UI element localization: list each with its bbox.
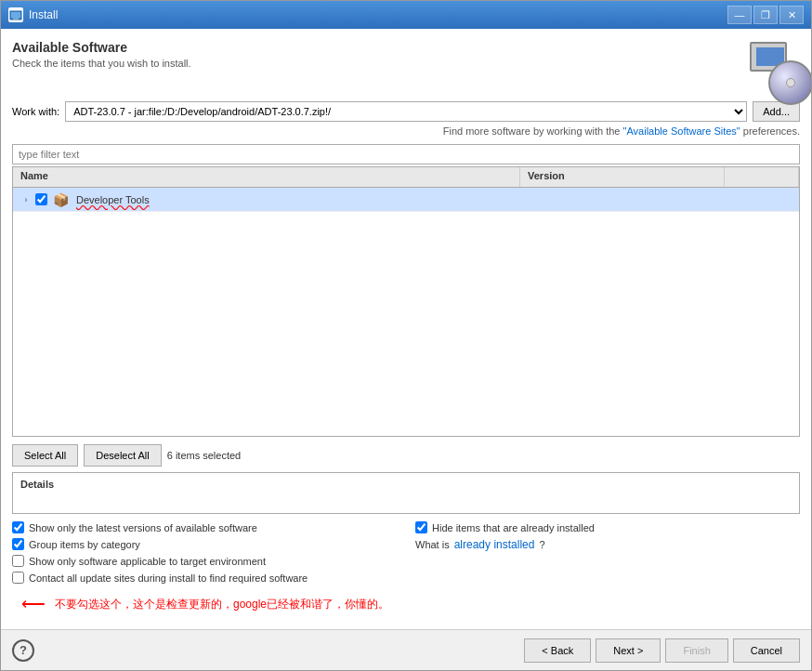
option-row-1: Show only the latest versions of availab… [12,521,397,533]
row-name: Developer Tools [76,194,150,205]
option-row-4: Contact all update sites during install … [12,572,397,584]
options-right: Hide items that are already installed Wh… [415,521,800,588]
cd-center [786,78,795,87]
contact-update-sites-checkbox[interactable] [12,572,24,584]
available-software-sites-link[interactable]: "Available Software Sites" [623,125,740,137]
table-header: Name Version [13,167,799,188]
svg-rect-2 [13,18,19,20]
table-body: › 📦 Developer Tools [13,188,799,436]
install-window: Install — ❐ ✕ Available Software Check t… [0,0,812,671]
header-section: Available Software Check the items that … [12,40,800,92]
id-column-header [725,167,799,187]
select-all-button[interactable]: Select All [12,444,78,467]
contact-update-sites-label: Contact all update sites during install … [29,572,308,584]
option-row-3: Show only software applicable to target … [12,555,397,567]
cd-disk [768,60,811,105]
name-column-header: Name [13,167,520,187]
work-with-label: Work with: [12,106,59,117]
header-title: Available Software [12,40,748,55]
row-checkbox[interactable] [35,193,47,205]
options-section: Show only the latest versions of availab… [12,521,800,588]
table-row[interactable]: › 📦 Developer Tools [13,188,799,212]
latest-versions-label: Show only the latest versions of availab… [29,522,257,533]
filter-input[interactable] [12,144,800,164]
find-more-suffix: preferences. [743,125,800,137]
expand-icon[interactable]: › [20,194,32,205]
annotation-row: ⟵ 不要勾选这个，这个是检查更新的，google已经被和谐了，你懂的。 [12,594,800,614]
close-button[interactable]: ✕ [779,6,804,24]
back-button[interactable]: < Back [524,638,591,663]
id-cell [725,198,799,202]
option-row-hide: Hide items that are already installed [415,521,800,533]
deselect-all-button[interactable]: Deselect All [84,444,161,467]
work-with-row: Work with: ADT-23.0.7 - jar:file:/D:/Dev… [12,101,800,122]
restore-button[interactable]: ❐ [753,6,778,24]
minimize-button[interactable]: — [727,6,752,24]
footer: ? < Back Next > Finish Cancel [1,629,811,670]
already-installed-link[interactable]: already installed [454,538,535,551]
what-is-prefix: What is [415,539,450,550]
latest-versions-checkbox[interactable] [12,521,24,533]
find-more-row: Find more software by working with the "… [12,125,800,137]
version-cell [520,198,725,202]
annotation-arrow: ⟵ [21,594,46,614]
cd-icon [748,40,800,92]
hide-installed-label: Hide items that are already installed [432,522,595,533]
target-env-label: Show only software applicable to target … [29,556,266,567]
option-row-what-is: What is already installed ? [415,538,800,551]
name-cell: › 📦 Developer Tools [13,191,520,209]
option-row-2: Group items by category [12,538,397,550]
header-text: Available Software Check the items that … [12,40,748,69]
table-action-buttons: Select All Deselect All 6 items selected [12,444,800,467]
details-label: Details [20,479,792,490]
window-icon [8,7,23,22]
help-button[interactable]: ? [12,639,34,662]
details-section: Details [12,472,800,514]
window-controls: — ❐ ✕ [727,6,804,24]
what-is-suffix: ? [539,539,544,550]
work-with-select[interactable]: ADT-23.0.7 - jar:file:/D:/Develop/androi… [65,101,747,122]
options-left: Show only the latest versions of availab… [12,521,397,588]
group-by-category-checkbox[interactable] [12,538,24,550]
cancel-button[interactable]: Cancel [733,638,800,663]
items-selected-label: 6 items selected [167,450,241,461]
annotation-text: 不要勾选这个，这个是检查更新的，google已经被和谐了，你懂的。 [55,597,389,612]
window-title: Install [29,8,722,21]
title-bar: Install — ❐ ✕ [1,1,811,29]
item-icon: 📦 [53,192,69,207]
main-content: Available Software Check the items that … [1,29,811,629]
hide-installed-checkbox[interactable] [415,521,427,533]
version-column-header: Version [520,167,725,187]
next-button[interactable]: Next > [596,638,661,663]
svg-rect-1 [11,12,20,18]
header-subtitle: Check the items that you wish to install… [12,58,748,69]
find-more-text: Find more software by working with the [443,125,623,137]
group-by-category-label: Group items by category [29,539,140,550]
software-table: Name Version › 📦 Developer Tools [12,166,800,437]
finish-button[interactable]: Finish [665,638,727,663]
target-env-checkbox[interactable] [12,555,24,567]
